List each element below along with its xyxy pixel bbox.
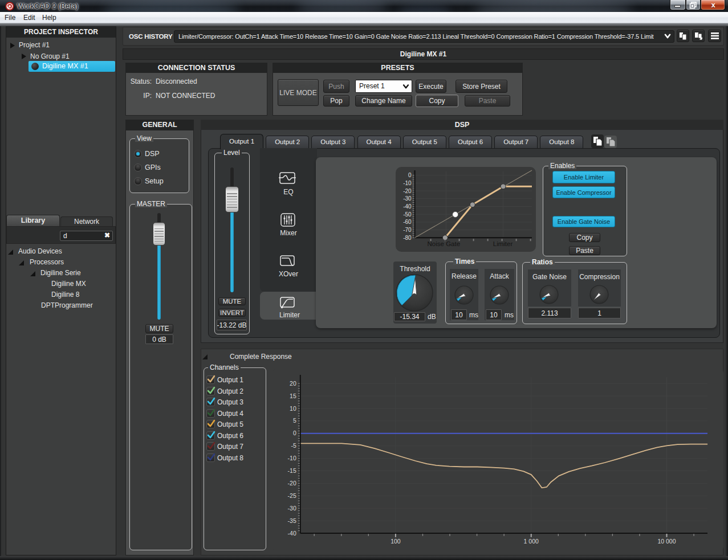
svg-text:-40: -40 — [288, 530, 296, 537]
svg-text:-50: -50 — [403, 211, 412, 218]
svg-text:100: 100 — [391, 538, 401, 545]
svg-text:-10: -10 — [403, 180, 412, 186]
svg-text:-35: -35 — [288, 517, 296, 524]
svg-text:Noise Gate: Noise Gate — [428, 240, 461, 247]
svg-text:20: 20 — [290, 380, 296, 387]
svg-text:-30: -30 — [403, 195, 412, 202]
svg-text:10: 10 — [290, 405, 296, 412]
svg-text:0: 0 — [293, 430, 296, 436]
svg-text:5: 5 — [293, 417, 296, 424]
svg-text:-10: -10 — [288, 455, 296, 461]
svg-text:-20: -20 — [288, 480, 296, 487]
svg-text:Limiter: Limiter — [493, 240, 513, 247]
svg-text:-20: -20 — [403, 188, 412, 194]
svg-text:10 000: 10 000 — [657, 538, 676, 545]
svg-text:-30: -30 — [288, 505, 296, 512]
svg-text:-80: -80 — [403, 235, 412, 241]
svg-text:-5: -5 — [291, 442, 296, 449]
svg-text:-70: -70 — [403, 227, 412, 233]
svg-text:-25: -25 — [288, 492, 296, 499]
svg-text:-40: -40 — [403, 203, 412, 210]
svg-text:0: 0 — [408, 172, 412, 178]
svg-text:-15: -15 — [288, 467, 296, 474]
svg-text:-60: -60 — [403, 219, 412, 225]
svg-text:1 000: 1 000 — [524, 538, 539, 545]
svg-text:15: 15 — [290, 393, 296, 399]
